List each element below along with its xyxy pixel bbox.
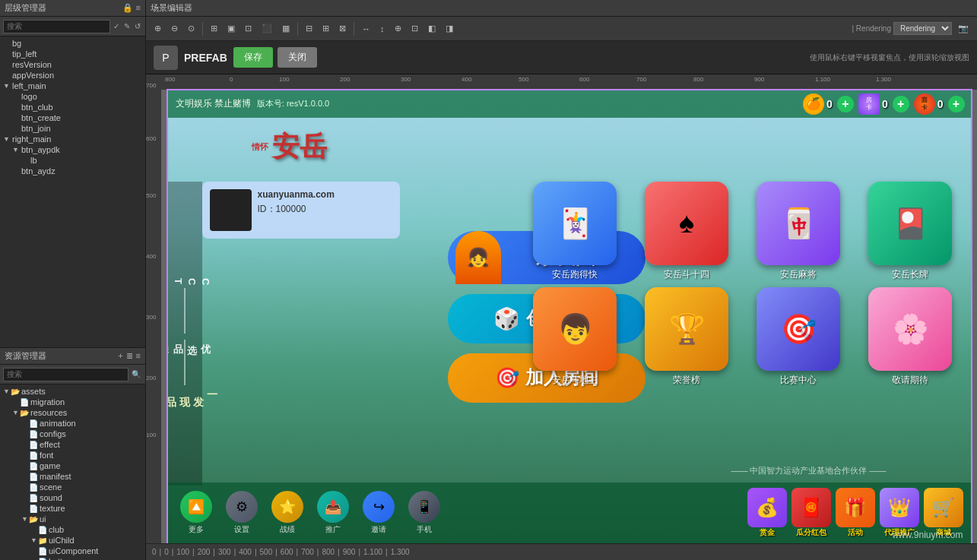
game-grid-item[interactable]: 🌸 敬请期待 [858, 287, 963, 387]
search-confirm-icon[interactable]: ✓ [112, 21, 121, 31]
layer-tree-item[interactable]: appVersion [0, 70, 145, 81]
resource-header-icons: + ≣ ≡ [118, 351, 141, 361]
bottom-btn[interactable]: ↪ 邀请 [358, 491, 400, 535]
view-btn-5[interactable]: ◧ [424, 21, 439, 36]
layer-tree-item[interactable]: ▼left_main [0, 81, 145, 91]
zoom-in-btn[interactable]: ⊕ [151, 21, 165, 36]
game-grid-item[interactable]: 🎴 安岳长牌 [858, 182, 963, 281]
layer-tree-item[interactable]: ▼btn_aypdk [0, 144, 145, 155]
layer-tree-item[interactable]: btn_aydz [0, 166, 145, 176]
align-btn-5[interactable]: ▦ [278, 21, 293, 36]
canvas-area[interactable]: 700 600 500 400 300 200 100 800 0 100 20… [146, 74, 977, 543]
align-btn-1[interactable]: ⊞ [207, 21, 221, 36]
panel-menu-icon[interactable]: ≡ [136, 3, 141, 13]
layer-tree-item[interactable]: logo [0, 91, 145, 102]
resource-tree-item[interactable]: ▼📂ui [0, 514, 145, 524]
view-btn-4[interactable]: ⊡ [408, 21, 422, 36]
resource-tree-item[interactable]: 📄bottom [0, 556, 145, 560]
resource-tree-item[interactable]: 📄texture [0, 503, 145, 514]
status-x: 100 [176, 548, 189, 556]
reward-btn[interactable]: 🎁 活动 [836, 488, 875, 538]
res-arrow: ▼ [30, 536, 38, 544]
view-btn-3[interactable]: ⊕ [391, 21, 405, 36]
zoom-reset-btn[interactable]: ⊙ [184, 21, 198, 36]
bottom-btn[interactable]: 🔼 更多 [176, 491, 217, 535]
view-btn-1[interactable]: ↔ [358, 22, 374, 36]
resource-sort-icon[interactable]: ≣ [126, 351, 133, 361]
resource-tree-item[interactable]: ▼📂assets [0, 386, 145, 397]
resource-tree-item[interactable]: 📄configs [0, 429, 145, 439]
view-btn-6[interactable]: ◨ [442, 21, 457, 36]
res-arrow: ▼ [3, 388, 11, 395]
reward-btn-label: 瓜分红包 [796, 527, 826, 538]
tree-arrow: ▼ [12, 146, 21, 153]
resource-add-icon[interactable]: + [118, 351, 122, 361]
distribute-btn-3[interactable]: ⊠ [335, 21, 350, 36]
close-button[interactable]: 关闭 [278, 47, 317, 68]
bottom-btn[interactable]: 📱 手机 [404, 491, 446, 535]
save-button[interactable]: 保存 [233, 47, 273, 68]
resource-menu-icon[interactable]: ≡ [136, 351, 141, 361]
bottom-btn-icon: 📤 [317, 491, 349, 523]
search-refresh-icon[interactable]: ↺ [133, 21, 142, 31]
camera-btn[interactable]: 📷 [954, 21, 972, 36]
view-btn-2[interactable]: ↕ [376, 22, 389, 36]
layer-tree-item[interactable]: tip_left [0, 49, 145, 59]
resource-tree-item[interactable]: ▼📁uiChild [0, 535, 145, 546]
res-item-label: animation [40, 419, 76, 428]
resource-panel-title: 资源管理器 [5, 350, 118, 362]
zoom-out-btn[interactable]: ⊖ [167, 21, 182, 36]
rendering-select[interactable]: Rendering [893, 22, 952, 35]
layer-tree-item[interactable]: btn_join [0, 123, 145, 134]
gold-plus-btn[interactable]: + [837, 96, 854, 112]
bottom-btn[interactable]: 📤 推广 [312, 491, 354, 535]
panel-lock-icon[interactable]: 🔒 [122, 3, 133, 13]
game-grid-item[interactable]: 🃏 安岳跑得快 [522, 182, 628, 281]
layer-tree-item[interactable]: btn_create [0, 112, 145, 123]
layer-tree-item[interactable]: lb [0, 155, 145, 166]
layer-search-input[interactable] [3, 20, 110, 33]
bottom-btn[interactable]: ⚙ 设置 [221, 491, 263, 535]
layer-tree-item[interactable]: ▼right_main [0, 134, 145, 144]
layer-panel-header: 层级管理器 🔒 ≡ [0, 0, 145, 17]
align-btn-2[interactable]: ▣ [224, 21, 239, 36]
resource-tree-item[interactable]: 📄scene [0, 482, 145, 492]
reward-btn[interactable]: 🧧 瓜分红包 [791, 488, 831, 538]
align-btn-3[interactable]: ⊡ [241, 21, 255, 36]
card-plus-btn[interactable]: + [948, 96, 965, 112]
resource-tree-item[interactable]: 📄animation [0, 418, 145, 429]
x-coord-700: 700 [636, 76, 646, 83]
game-grid-item[interactable]: 🀄 安岳麻将 [746, 182, 852, 281]
resource-tree-item[interactable]: 📄manifest [0, 471, 145, 482]
resource-search-input[interactable] [3, 368, 128, 381]
game-grid-item[interactable]: 👦 安岳斗地主 [522, 287, 628, 387]
resource-tree-item[interactable]: 📄sound [0, 492, 145, 503]
resource-tree-item[interactable]: 📄migration [0, 397, 145, 407]
diamond-plus-btn[interactable]: + [893, 96, 909, 112]
distribute-btn-1[interactable]: ⊟ [302, 21, 316, 36]
game-grid-item[interactable]: 🏆 荣誉榜 [634, 287, 740, 387]
distribute-btn-2[interactable]: ⊞ [319, 21, 333, 36]
tree-arrow: ▼ [3, 135, 12, 143]
layer-tree-item[interactable]: btn_club [0, 102, 145, 112]
resource-tree-item[interactable]: ▼📂resources [0, 407, 145, 418]
resource-tree-item[interactable]: 📄club [0, 524, 145, 535]
search-edit-icon[interactable]: ✎ [122, 21, 132, 31]
align-btn-4[interactable]: ⬛ [258, 21, 276, 36]
resource-search-icon[interactable]: 🔍 [130, 369, 142, 379]
layer-tree-item[interactable]: resVersion [0, 59, 145, 70]
reward-btn[interactable]: 💰 赏金 [747, 488, 787, 538]
game-item-icon: 🎴 [868, 182, 952, 265]
game-grid-item[interactable]: 🎯 比赛中心 [746, 287, 852, 387]
resource-tree-item[interactable]: 📄game [0, 460, 145, 471]
resource-tree-item[interactable]: 📄effect [0, 439, 145, 450]
game-grid-item[interactable]: ♠ 安岳斗十四 [634, 182, 740, 281]
bottom-btn[interactable]: ⭐ 战绩 [267, 491, 309, 535]
resource-tree-item[interactable]: 📄font [0, 450, 145, 460]
watermark: www.9niuym.com [892, 530, 963, 540]
card-icon: 圆卡 [914, 93, 935, 115]
bottom-btn-icon: 🔼 [180, 491, 212, 523]
res-arrow: ▼ [12, 409, 20, 416]
resource-tree-item[interactable]: 📄uiComponent [0, 546, 145, 556]
layer-tree-item[interactable]: bg [0, 38, 145, 49]
